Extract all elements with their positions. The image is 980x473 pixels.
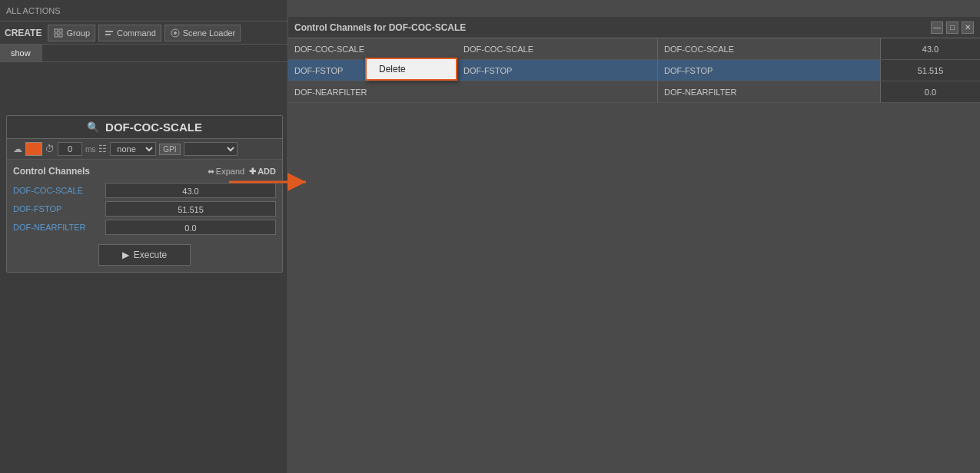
svg-point-7 [174,31,177,35]
cc-channel-value-0[interactable]: 43.0 [105,183,276,198]
table-col2-1: DOF-FSTOP [457,66,657,75]
cc-header: Control Channels ⬌ Expand ✚ ADD [13,166,276,177]
table-col2-0: DOF-COC-SCALE [457,45,657,54]
left-panel: ALL ACTIONS CREATE Group Command Scene L… [0,0,288,473]
table-right-label-1: DOF-FSTOP [658,66,880,75]
toolbar: CREATE Group Command Scene Loader [0,22,287,45]
scene-loader-button[interactable]: Scene Loader [164,25,241,41]
close-button[interactable]: ✕ [962,22,974,34]
cc-channel-row-0: DOF-COC-SCALE 43.0 [13,183,276,198]
expand-dropdown[interactable] [184,142,238,156]
expand-button[interactable]: ⬌ Expand [208,167,244,177]
window-controls: — □ ✕ [931,22,974,34]
group-icon [53,28,64,38]
table-right-value-0[interactable]: 43.0 [880,38,980,59]
svg-rect-2 [55,34,58,37]
table-col1-2: DOF-NEARFILTER [288,88,457,97]
action-controls: ☁ ⏱ ms ☷ none GPI [7,139,282,160]
timer-input[interactable] [58,142,82,156]
group-label: Group [66,28,90,38]
cloud-icon: ☁ [13,144,22,154]
table-right-2: DOF-NEARFILTER 0.0 [657,81,980,102]
svg-rect-3 [59,34,62,37]
table-right-0: DOF-COC-SCALE 43.0 [657,38,980,59]
tabs-bar: show [0,45,287,62]
control-channels-window: Control Channels for DOF-COC-SCALE — □ ✕… [288,17,980,473]
cc-channel-row-2: DOF-NEARFILTER 0.0 [13,220,276,235]
cc-actions: ⬌ Expand ✚ ADD [208,167,276,177]
action-card: 🔍 DOF-COC-SCALE ☁ ⏱ ms ☷ none GPI Contro… [6,115,283,273]
maximize-button[interactable]: □ [946,22,958,34]
table-right-label-2: DOF-NEARFILTER [658,88,880,97]
table-right-1: DOF-FSTOP 51.515 [657,60,980,81]
ms-label: ms [85,145,95,154]
minimize-button[interactable]: — [931,22,943,34]
search-icon: 🔍 [87,121,99,133]
table-right-value-1[interactable]: 51.515 [880,60,980,81]
table-row-0[interactable]: DOF-COC-SCALE DOF-COC-SCALE DOF-COC-SCAL… [288,38,980,60]
table-right-label-0: DOF-COC-SCALE [658,45,880,54]
svg-rect-4 [105,31,113,32]
add-button[interactable]: ✚ ADD [249,167,276,177]
cc-channel-name-2[interactable]: DOF-NEARFILTER [13,223,105,232]
svg-rect-1 [59,29,62,32]
svg-rect-0 [55,29,58,32]
execute-icon: ▶ [122,250,129,260]
cc-channel-value-1[interactable]: 51.515 [105,201,276,217]
window-title: Control Channels for DOF-COC-SCALE [294,22,466,33]
table-right-value-2[interactable]: 0.0 [880,81,980,102]
tab-show[interactable]: show [0,45,42,61]
cc-channel-row-1: DOF-FSTOP 51.515 [13,201,276,217]
cc-channel-name-0[interactable]: DOF-COC-SCALE [13,186,105,195]
clock-icon: ⏱ [45,144,55,154]
cc-channel-value-2[interactable]: 0.0 [105,220,276,235]
command-icon [104,28,115,38]
grid-icon: ☷ [98,144,107,154]
svg-rect-5 [105,34,111,35]
color-swatch[interactable] [25,142,42,156]
none-dropdown[interactable]: none [110,142,156,156]
expand-icon: ⬌ [208,167,214,177]
command-button[interactable]: Command [98,25,161,41]
control-channels-section: Control Channels ⬌ Expand ✚ ADD DOF-COC-… [7,160,282,272]
window-titlebar: Control Channels for DOF-COC-SCALE — □ ✕ [288,17,980,38]
table-row-2[interactable]: DOF-NEARFILTER DOF-NEARFILTER 0.0 [288,81,980,103]
command-label: Command [117,28,156,38]
execute-button[interactable]: ▶ Execute [98,244,191,266]
cc-channel-name-1[interactable]: DOF-FSTOP [13,204,105,213]
action-title: DOF-COC-SCALE [105,121,202,134]
table-col1-0: DOF-COC-SCALE [288,45,457,54]
all-actions-label: ALL ACTIONS [6,6,61,15]
context-menu-delete[interactable]: Delete [367,59,456,79]
execute-label: Execute [134,250,167,260]
gpi-badge: GPI [159,144,180,155]
all-actions-bar: ALL ACTIONS [0,0,287,22]
group-button[interactable]: Group [48,25,95,41]
scene-loader-icon [170,28,181,38]
action-card-header: 🔍 DOF-COC-SCALE [7,116,282,139]
create-label: CREATE [5,28,42,38]
context-menu: Delete [365,58,457,81]
scene-loader-label: Scene Loader [183,28,236,38]
plus-icon: ✚ [249,167,256,177]
cc-section-title: Control Channels [13,166,90,177]
